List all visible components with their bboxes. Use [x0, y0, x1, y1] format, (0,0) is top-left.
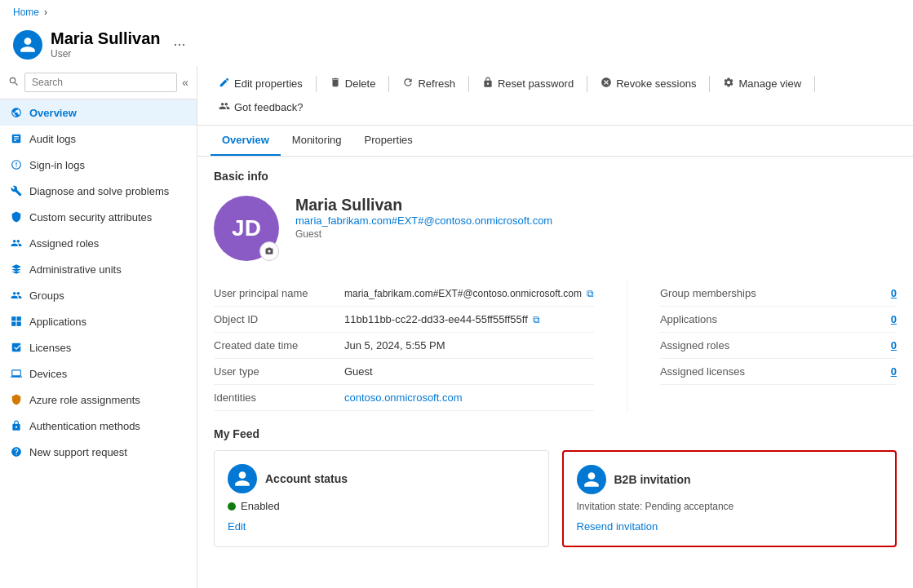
- reset-password-icon: [482, 77, 494, 91]
- identities-label: Identities: [214, 391, 344, 404]
- reset-password-button[interactable]: Reset password: [474, 73, 582, 95]
- assigned-roles-icon: [10, 237, 23, 250]
- edit-properties-button[interactable]: Edit properties: [211, 73, 311, 95]
- applications-icon: [10, 315, 23, 328]
- detail-row-usertype: User type Guest: [214, 359, 594, 385]
- sidebar-item-label-audit-logs: Audit logs: [29, 133, 76, 145]
- manage-view-label: Manage view: [738, 77, 801, 90]
- account-status-edit-link[interactable]: Edit: [228, 520, 246, 533]
- sidebar-item-auth-methods[interactable]: Authentication methods: [0, 413, 197, 439]
- reset-password-label: Reset password: [498, 77, 574, 90]
- copy-objectid-button[interactable]: ⧉: [533, 314, 540, 325]
- assigned-licenses-value[interactable]: 0: [891, 365, 897, 378]
- account-status-card: Account status Enabled Edit: [214, 450, 549, 547]
- sidebar-item-applications[interactable]: Applications: [0, 308, 197, 334]
- overview-icon: [10, 106, 23, 119]
- feedback-button[interactable]: Got feedback?: [211, 96, 312, 118]
- diagnose-icon: [10, 184, 23, 197]
- devices-icon: [10, 367, 23, 380]
- toolbar: Edit properties Delete Refresh: [197, 66, 913, 126]
- tab-properties[interactable]: Properties: [353, 126, 424, 156]
- svg-rect-1: [17, 316, 21, 321]
- toolbar-sep-3: [468, 76, 469, 92]
- sidebar-item-signin-logs[interactable]: Sign-in logs: [0, 152, 197, 178]
- sidebar-nav: Overview Audit logs Sign-in logs: [0, 99, 197, 465]
- search-input[interactable]: [24, 73, 177, 92]
- usertype-value: Guest: [344, 365, 373, 378]
- account-status-status: Enabled: [228, 500, 535, 512]
- copy-upn-button[interactable]: ⧉: [587, 288, 594, 299]
- sidebar-item-assigned-roles[interactable]: Assigned roles: [0, 230, 197, 256]
- sidebar-item-licenses[interactable]: Licenses: [0, 334, 197, 360]
- sidebar-item-audit-logs[interactable]: Audit logs: [0, 126, 197, 152]
- applications-count-value[interactable]: 0: [891, 313, 897, 325]
- details-right-column: Group memberships 0 Applications 0 Assig…: [627, 281, 897, 411]
- refresh-icon: [402, 77, 414, 91]
- toolbar-sep-5: [709, 76, 710, 92]
- sidebar-item-label-diagnose: Diagnose and solve problems: [29, 185, 169, 197]
- upn-value: maria_fabrikam.com#EXT#@contoso.onmicros…: [344, 288, 594, 299]
- sidebar-item-label-groups: Groups: [29, 290, 64, 302]
- avatar-small: [13, 30, 42, 60]
- assigned-licenses-label: Assigned licenses: [660, 365, 745, 378]
- refresh-button[interactable]: Refresh: [394, 73, 463, 95]
- sidebar-item-label-overview: Overview: [29, 107, 77, 119]
- manage-view-icon: [723, 77, 734, 91]
- assigned-roles-count-value[interactable]: 0: [891, 339, 897, 351]
- detail-row-created: Created date time Jun 5, 2024, 5:55 PM: [214, 333, 594, 359]
- change-photo-button[interactable]: [259, 241, 279, 261]
- avatar-large: JD: [214, 196, 279, 261]
- custom-security-icon: [10, 210, 23, 223]
- identities-link[interactable]: contoso.onmicrosoft.com: [344, 391, 463, 404]
- toolbar-sep-6: [814, 76, 815, 92]
- basic-info-title: Basic info: [214, 170, 897, 183]
- sidebar-item-diagnose[interactable]: Diagnose and solve problems: [0, 178, 197, 204]
- sidebar-item-azure-roles[interactable]: Azure role assignments: [0, 387, 197, 413]
- sidebar-item-admin-units[interactable]: Administrative units: [0, 256, 197, 282]
- created-value: Jun 5, 2024, 5:55 PM: [344, 339, 445, 351]
- delete-button[interactable]: Delete: [321, 73, 384, 95]
- audit-logs-icon: [10, 132, 23, 145]
- sidebar-item-overview[interactable]: Overview: [0, 99, 197, 126]
- sidebar-item-devices[interactable]: Devices: [0, 360, 197, 387]
- groups-icon: [10, 289, 23, 302]
- sidebar-item-label-signin-logs: Sign-in logs: [29, 159, 85, 171]
- feedback-label: Got feedback?: [234, 101, 304, 113]
- b2b-invitation-title: B2B invitation: [614, 473, 691, 486]
- sidebar-item-groups[interactable]: Groups: [0, 282, 197, 308]
- detail-row-upn: User principal name maria_fabrikam.com#E…: [214, 281, 594, 307]
- edit-properties-label: Edit properties: [234, 77, 303, 90]
- delete-label: Delete: [345, 77, 376, 90]
- sidebar-item-label-admin-units: Administrative units: [29, 263, 122, 276]
- group-memberships-label: Group memberships: [660, 287, 756, 299]
- right-row-assigned-roles: Assigned roles 0: [660, 333, 897, 359]
- account-status-avatar: [228, 464, 257, 493]
- collapse-sidebar-button[interactable]: «: [182, 76, 188, 89]
- details-grid: User principal name maria_fabrikam.com#E…: [214, 281, 897, 411]
- group-memberships-value[interactable]: 0: [891, 287, 897, 299]
- enabled-dot: [228, 502, 236, 511]
- user-type-label: User: [51, 48, 161, 60]
- sidebar-item-custom-security[interactable]: Custom security attributes: [0, 204, 197, 230]
- manage-view-button[interactable]: Manage view: [715, 73, 809, 95]
- sidebar-item-label-applications: Applications: [29, 316, 86, 328]
- upn-text: maria_fabrikam.com#EXT#@contoso.onmicros…: [344, 288, 582, 299]
- user-header: Maria Sullivan User ···: [0, 24, 913, 66]
- toolbar-sep-4: [587, 76, 587, 92]
- sidebar-item-label-assigned-roles: Assigned roles: [29, 237, 99, 250]
- breadcrumb: Home ›: [0, 0, 913, 24]
- tab-monitoring[interactable]: Monitoring: [281, 126, 353, 156]
- breadcrumb-home[interactable]: Home: [13, 7, 39, 18]
- search-box: «: [0, 66, 197, 99]
- sidebar-item-new-support[interactable]: New support request: [0, 439, 197, 465]
- user-title-block: Maria Sullivan User: [51, 29, 161, 60]
- resend-invitation-link[interactable]: Resend invitation: [577, 520, 658, 533]
- account-status-text: Enabled: [241, 500, 280, 512]
- breadcrumb-separator: ›: [44, 7, 47, 18]
- new-support-icon: [10, 445, 23, 458]
- b2b-invitation-card: B2B invitation Invitation state: Pending…: [562, 450, 897, 547]
- revoke-sessions-button[interactable]: Revoke sessions: [592, 73, 704, 95]
- ellipsis-button[interactable]: ···: [169, 36, 191, 53]
- tab-overview[interactable]: Overview: [211, 126, 281, 156]
- search-icon: [8, 76, 20, 90]
